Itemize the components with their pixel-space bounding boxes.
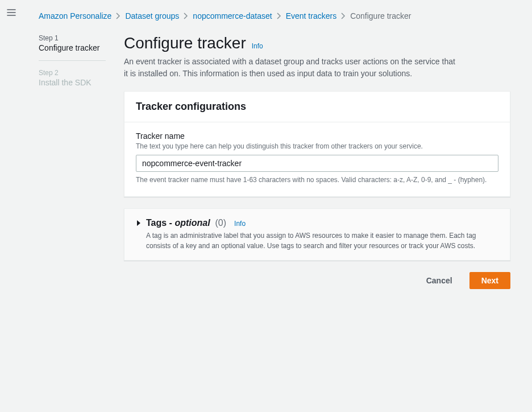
breadcrumb-link-personalize[interactable]: Amazon Personalize [39,11,111,20]
wizard-step-2[interactable]: Step 2 Install the SDK [39,69,106,95]
menu-toggle-icon[interactable] [7,10,16,19]
breadcrumb-link-dataset-groups[interactable]: Dataset groups [125,11,179,20]
tags-count: (0) [215,218,227,228]
caret-right-icon [136,220,142,226]
tags-info-link[interactable]: Info [234,220,246,228]
chevron-right-icon [277,13,281,19]
tags-toggle[interactable]: Tags - optional (0) Info [136,218,498,228]
tracker-configurations-panel: Tracker configurations Tracker name The … [124,91,510,197]
info-link[interactable]: Info [252,42,263,50]
chevron-right-icon [184,13,188,19]
breadcrumb: Amazon Personalize Dataset groups nopcom… [39,11,510,20]
tags-description: A tag is an administrative label that yo… [146,230,498,251]
cancel-button[interactable]: Cancel [415,273,464,289]
tracker-name-hint: The text you type here can help you dist… [136,142,498,151]
page-title: Configure tracker [124,34,246,52]
step-title: Install the SDK [39,78,106,87]
tracker-name-constraint: The event tracker name must have 1-63 ch… [136,175,498,185]
wizard-steps: Step 1 Configure tracker Step 2 Install … [39,34,106,289]
chevron-right-icon [116,13,120,19]
action-row: Cancel Next [124,272,510,289]
step-number: Step 1 [39,34,106,42]
next-button[interactable]: Next [469,272,510,289]
step-number: Step 2 [39,69,106,77]
step-title: Configure tracker [39,43,106,52]
breadcrumb-link-dataset[interactable]: nopcommerce-dataset [193,11,272,20]
tags-title-prefix: Tags - [146,218,172,228]
tags-title: Tags - optional (0) [146,218,226,228]
chevron-right-icon [341,13,346,19]
tags-panel: Tags - optional (0) Info A tag is an adm… [124,208,510,261]
tracker-name-label: Tracker name [136,131,498,141]
breadcrumb-link-event-trackers[interactable]: Event trackers [286,11,336,20]
tracker-name-input[interactable] [136,155,498,172]
page-description: An event tracker is associated with a da… [124,56,459,80]
tags-optional-label: optional [174,218,210,228]
panel-title: Tracker configurations [136,101,498,113]
breadcrumb-current: Configure tracker [350,11,411,20]
wizard-step-1[interactable]: Step 1 Configure tracker [39,34,106,61]
